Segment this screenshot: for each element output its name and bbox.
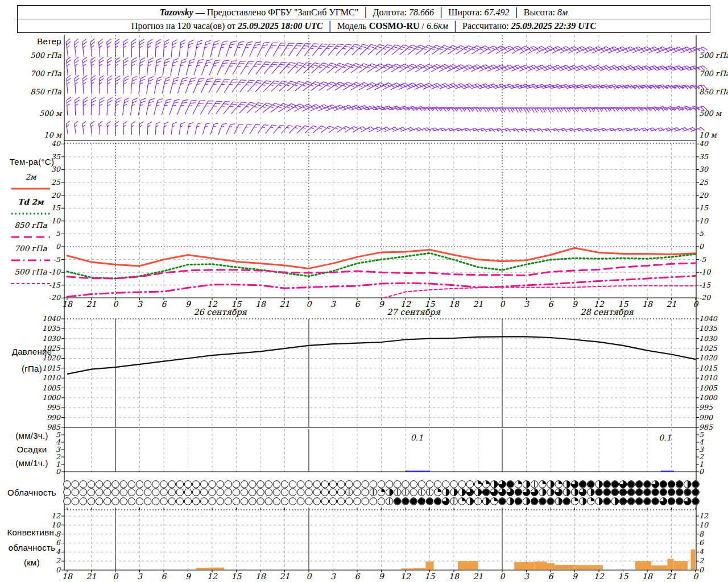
- temp-axis-label-right: -10: [699, 268, 725, 276]
- hour-label-bottom: 0: [107, 572, 124, 581]
- wind-barb: [311, 80, 329, 94]
- hour-label-bottom: 6: [542, 572, 559, 581]
- wind-barb: [201, 58, 212, 77]
- wind-barb: [431, 63, 449, 76]
- wind-barb: [600, 65, 619, 75]
- wind-barb: [295, 80, 312, 94]
- wind-barb: [302, 103, 320, 115]
- hour-label-temp: 6: [155, 300, 172, 309]
- wind-barb: [441, 127, 454, 135]
- temp-axis-label-left: -15: [34, 281, 60, 289]
- hour-label-bottom: 3: [518, 572, 535, 581]
- wind-barb: [195, 39, 202, 58]
- convective-bar: [555, 565, 574, 569]
- pressure-axis-label-left: 1035: [34, 325, 60, 332]
- wind-barb: [255, 78, 271, 95]
- wind-barb: [457, 128, 470, 135]
- temp-axis-label-left: -5: [34, 256, 60, 263]
- hour-label-temp: 0: [494, 300, 511, 309]
- wind-barb: [288, 41, 302, 59]
- date-label: 27 сентября: [379, 307, 448, 317]
- convective-bar: [196, 568, 208, 569]
- wind-barb: [202, 122, 210, 136]
- wind-barb: [536, 45, 554, 57]
- hour-label-bottom: 9: [373, 572, 390, 581]
- temp-axis-label-right: 0: [699, 243, 725, 250]
- wind-barb: [487, 64, 506, 76]
- wind-barb: [433, 127, 446, 135]
- hour-label-bottom: 3: [131, 572, 148, 581]
- conv-axis-label-right: 2: [699, 557, 725, 564]
- wind-barb: [400, 43, 417, 58]
- convective-bar: [458, 561, 478, 569]
- hour-label-bottom: 18: [445, 572, 462, 581]
- wind-barb: [343, 81, 361, 94]
- wind-barbs-row-1: [66, 57, 707, 77]
- pressure-axis-label-left: 1010: [34, 374, 60, 381]
- convective-bar: [691, 550, 696, 569]
- conv-axis-label-right: 10: [699, 521, 725, 529]
- wind-barb: [147, 76, 154, 94]
- wind-barb: [351, 62, 369, 76]
- wind-barb: [375, 63, 393, 76]
- pressure-axis-label-left: 995: [34, 404, 60, 411]
- wind-barb: [464, 64, 482, 76]
- wind-barb: [447, 63, 465, 76]
- hour-label-temp: 21: [470, 300, 487, 309]
- wind-barb: [423, 82, 442, 94]
- wind-barb: [170, 76, 179, 95]
- wind-barb: [334, 104, 353, 115]
- wind-barb: [131, 122, 136, 135]
- hour-label-temp: 21: [276, 300, 293, 309]
- wind-barb: [91, 97, 96, 115]
- wind-barb: [115, 76, 121, 94]
- wind-barb: [154, 76, 162, 94]
- temp-axis-label-right: 15: [699, 204, 725, 211]
- wind-barb: [568, 64, 586, 75]
- pressure-axis-label-left: 1000: [34, 394, 60, 401]
- convective-bar: [575, 565, 603, 569]
- conv-axis-label-right: 12: [699, 512, 725, 519]
- wind-barb: [66, 121, 72, 135]
- pressure-axis-label-left: 1020: [34, 354, 60, 361]
- wind-barb: [179, 122, 185, 135]
- conv-axis-label-left: 12: [34, 512, 60, 519]
- conv-axis-label-left: 10: [34, 521, 60, 529]
- wind-barb: [335, 81, 353, 94]
- temp-axis-label-left: 40: [34, 140, 60, 147]
- wind-barb: [416, 43, 433, 58]
- wind-barb: [520, 64, 539, 76]
- temp-axis-label-right: 30: [699, 165, 725, 173]
- wind-level-label-left: 850 гПа: [10, 88, 61, 96]
- wind-barb: [383, 63, 401, 76]
- hour-label-bottom: 0: [300, 572, 317, 581]
- hour-label-bottom: 9: [180, 572, 197, 581]
- precip-amount-annotation: 0.1: [656, 433, 673, 442]
- wind-barb: [359, 62, 377, 76]
- wind-barb: [545, 128, 559, 135]
- wind-barb: [553, 128, 567, 134]
- hour-label-temp: 18: [445, 300, 462, 309]
- pressure-axis-label-left: 1025: [34, 344, 60, 352]
- wind-barb: [656, 45, 675, 57]
- wind-barb: [648, 45, 667, 57]
- wind-barb: [408, 43, 425, 58]
- wind-barb: [495, 64, 514, 75]
- pressure-axis-label-left: 1030: [34, 335, 60, 342]
- hour-label-bottom: 12: [590, 572, 607, 581]
- wind-barb: [242, 40, 253, 59]
- wind-barb: [480, 44, 498, 57]
- wind-barb: [544, 64, 562, 75]
- wind-barb: [131, 76, 137, 94]
- wind-barbs-row-4: [66, 121, 705, 136]
- wind-barb: [303, 80, 320, 95]
- wind-barb: [107, 121, 112, 135]
- wind-barb: [193, 76, 205, 95]
- wind-barb: [123, 122, 128, 135]
- wind-barb: [233, 59, 246, 77]
- wind-barb: [578, 128, 592, 135]
- wind-barb: [592, 65, 611, 75]
- conv-axis-label-left: 6: [34, 539, 60, 546]
- wind-barb: [280, 60, 296, 77]
- wind-barb: [140, 122, 144, 135]
